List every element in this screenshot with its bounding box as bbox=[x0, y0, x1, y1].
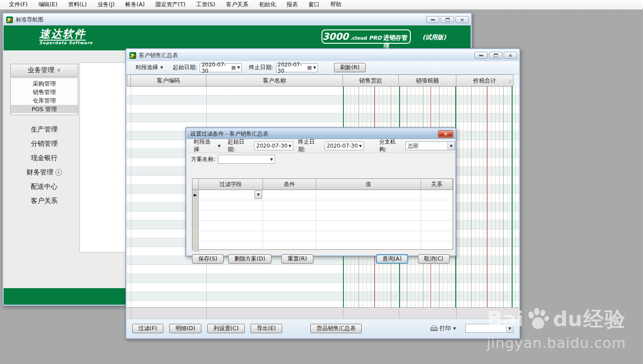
condition-cell[interactable] bbox=[263, 231, 316, 241]
end-date-input[interactable]: 2020-07-30 ▦ ▼ bbox=[276, 63, 318, 72]
start-date-input[interactable]: 2020-07-30 ▦ ▼ bbox=[200, 63, 242, 72]
combobox-arrow-button[interactable]: ▼ bbox=[506, 324, 513, 332]
value-cell[interactable] bbox=[316, 241, 421, 252]
relation-cell[interactable] bbox=[421, 221, 453, 231]
period-select-dropdown[interactable]: 时段选择 ▼ bbox=[133, 63, 166, 72]
relation-cell[interactable] bbox=[421, 190, 453, 200]
condition-cell[interactable] bbox=[263, 211, 316, 220]
column-header-output-tax[interactable]: 销项税额 bbox=[399, 74, 456, 87]
scheme-name-combobox[interactable]: ▼ bbox=[218, 155, 275, 164]
filter-field-cell[interactable]: ▼ bbox=[199, 190, 263, 200]
sidebar-item-production[interactable]: 生产管理 bbox=[10, 122, 78, 136]
filter-grid-row[interactable] bbox=[192, 241, 453, 252]
combobox-arrow-button[interactable]: ▼ bbox=[447, 142, 455, 150]
condition-cell[interactable] bbox=[263, 200, 316, 210]
column-settings-button[interactable]: 列设置(C) bbox=[207, 324, 245, 333]
dropdown-arrow-icon[interactable]: ▼ bbox=[288, 144, 291, 148]
menu-business[interactable]: 业务(J) bbox=[92, 0, 120, 9]
condition-cell[interactable] bbox=[263, 190, 316, 200]
dialog-titlebar[interactable]: 设置过滤条件 - 客户销售汇总表 × bbox=[187, 128, 455, 139]
delete-scheme-button[interactable]: 删除方案(D) bbox=[228, 254, 271, 264]
sidebar-item-customer-relations[interactable]: 客户关系 bbox=[10, 194, 78, 208]
sidebar-item-sales[interactable]: 销售管理 bbox=[11, 88, 78, 96]
dropdown-arrow-icon[interactable]: ▼ bbox=[313, 66, 316, 70]
minimize-button[interactable] bbox=[426, 16, 439, 23]
report-minimize-button[interactable] bbox=[474, 52, 488, 59]
report-window-titlebar[interactable]: 客户销售汇总表 × bbox=[127, 50, 519, 61]
relation-cell[interactable] bbox=[421, 211, 453, 220]
dropdown-arrow-icon[interactable]: ▼ bbox=[359, 144, 362, 148]
filter-button[interactable]: 过滤(F) bbox=[132, 324, 163, 333]
value-cell[interactable] bbox=[316, 231, 421, 241]
report-close-button[interactable]: × bbox=[504, 52, 517, 59]
filter-grid-row[interactable] bbox=[192, 211, 453, 221]
menu-reports[interactable]: 报表 bbox=[281, 0, 303, 9]
sidebar-item-pos[interactable]: POS 管理 bbox=[11, 105, 78, 113]
filter-field-cell[interactable] bbox=[199, 211, 263, 220]
dialog-title: 设置过滤条件 - 客户销售汇总表 bbox=[190, 130, 438, 138]
restore-button[interactable] bbox=[441, 16, 454, 23]
filter-field-cell[interactable] bbox=[199, 221, 263, 231]
refresh-button[interactable]: 刷新(R) bbox=[334, 63, 366, 72]
filter-grid-row[interactable]: ▶ ▼ bbox=[192, 190, 453, 200]
sidebar-item-warehouse[interactable]: 仓库管理 bbox=[11, 96, 78, 105]
filter-grid-row[interactable] bbox=[192, 221, 453, 231]
query-button[interactable]: 查询(A) bbox=[376, 254, 408, 264]
sidebar-item-finance[interactable]: 财务管理 » bbox=[10, 165, 78, 179]
column-header-sales-amount[interactable]: 销售货款 bbox=[343, 74, 399, 87]
menu-payroll[interactable]: 工资(S) bbox=[191, 0, 221, 9]
column-header-customer-name[interactable]: 客户名称 bbox=[206, 74, 343, 87]
print-dropdown[interactable]: 打印 ▼ bbox=[430, 325, 456, 332]
cancel-button[interactable]: 取消(C) bbox=[418, 254, 450, 264]
detail-button[interactable]: 明细(D) bbox=[169, 324, 201, 333]
goods-sales-summary-button[interactable]: 货品销售汇总表 bbox=[310, 324, 362, 333]
filter-field-cell[interactable] bbox=[199, 200, 263, 210]
relation-cell[interactable] bbox=[421, 200, 453, 210]
dropdown-arrow-icon[interactable]: ▼ bbox=[270, 157, 273, 161]
export-button[interactable]: 导出(E) bbox=[251, 324, 282, 333]
value-cell[interactable] bbox=[316, 190, 421, 200]
calendar-icon[interactable]: ▦ bbox=[307, 65, 312, 70]
print-template-combobox[interactable]: ▼ bbox=[465, 324, 514, 333]
relation-cell[interactable] bbox=[421, 231, 453, 241]
dialog-close-button[interactable]: × bbox=[438, 130, 453, 138]
main-window-titlebar[interactable]: 标准导航图 × bbox=[4, 14, 471, 25]
close-button[interactable]: × bbox=[455, 16, 469, 23]
filter-grid-row[interactable] bbox=[192, 200, 453, 211]
report-restore-button[interactable] bbox=[489, 52, 502, 59]
calendar-icon[interactable]: ▦ bbox=[231, 65, 236, 70]
dialog-start-date-input[interactable]: 2020-07-30 ▼ bbox=[254, 141, 293, 150]
filter-grid-row[interactable] bbox=[192, 231, 453, 241]
reset-button[interactable]: 重置(R) bbox=[281, 254, 313, 264]
value-cell[interactable] bbox=[316, 200, 421, 210]
menu-crm[interactable]: 客户关系 bbox=[221, 0, 254, 9]
branch-combobox[interactable]: 总部 ▼ bbox=[405, 141, 455, 150]
menu-fixed-assets[interactable]: 固定资产(T) bbox=[150, 0, 191, 9]
field-dropdown-button[interactable]: ▼ bbox=[255, 190, 262, 199]
menu-window[interactable]: 窗口 bbox=[303, 0, 325, 9]
menu-help[interactable]: 帮助 bbox=[325, 0, 347, 9]
value-cell[interactable] bbox=[316, 221, 421, 231]
column-header-total-with-tax[interactable]: 价税合计 △ bbox=[456, 74, 514, 87]
dropdown-arrow-icon[interactable]: ▼ bbox=[237, 66, 240, 70]
sidebar-item-distribution[interactable]: 分销管理 bbox=[10, 136, 78, 151]
sidebar-item-delivery-center[interactable]: 配送中心 bbox=[10, 179, 78, 194]
menu-file[interactable]: 文件(F) bbox=[4, 0, 33, 9]
sidebar-group-business[interactable]: 业务管理 » bbox=[10, 64, 78, 77]
column-header-customer-code[interactable]: 客户编码 bbox=[131, 74, 206, 87]
menu-initialize[interactable]: 初始化 bbox=[254, 0, 281, 9]
dialog-period-select-dropdown[interactable]: 时段选择 ▼ bbox=[191, 137, 223, 154]
menu-accounting[interactable]: 帐务(A) bbox=[120, 0, 150, 9]
filter-field-cell[interactable] bbox=[199, 241, 263, 252]
filter-field-cell[interactable] bbox=[199, 231, 263, 241]
dialog-end-date-input[interactable]: 2020-07-30 ▼ bbox=[325, 141, 364, 150]
save-button[interactable]: 保存(S) bbox=[192, 254, 224, 264]
condition-cell[interactable] bbox=[263, 221, 316, 231]
condition-cell[interactable] bbox=[263, 241, 316, 252]
relation-cell[interactable] bbox=[421, 241, 453, 252]
menu-edit[interactable]: 编辑(E) bbox=[33, 0, 63, 9]
sidebar-item-cash-bank[interactable]: 现金银行 bbox=[10, 151, 78, 165]
value-cell[interactable] bbox=[316, 211, 421, 220]
menu-data[interactable]: 资料(L) bbox=[63, 0, 92, 9]
sidebar-item-purchase[interactable]: 采购管理 bbox=[11, 79, 78, 88]
